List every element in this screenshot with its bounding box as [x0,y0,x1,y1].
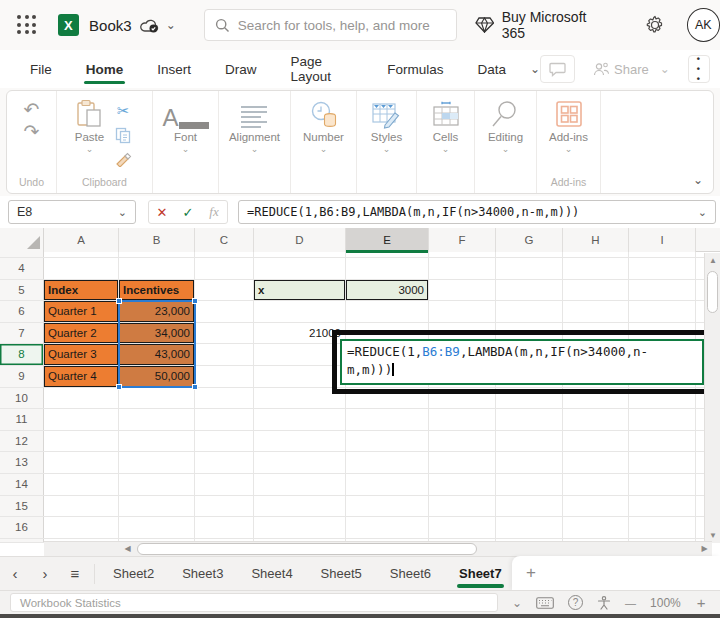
cell-D4[interactable] [254,258,346,279]
redo-button[interactable]: ↷ [24,121,40,143]
cell-A15[interactable] [44,496,119,517]
horizontal-scrollbar[interactable]: ◀ ▶ [44,541,712,556]
more-options-button[interactable]: • • • [688,55,710,83]
help-icon[interactable]: ? [568,595,583,610]
row-header-6[interactable]: 6 [0,301,44,322]
menu-item-file[interactable]: File [28,56,54,83]
menu-item-page-layout[interactable]: Page Layout [289,48,356,90]
cell-D13[interactable] [254,452,346,473]
prev-sheet-button[interactable]: ‹ [0,565,30,582]
cell-D6[interactable] [254,301,346,322]
cell-C7[interactable] [195,323,254,344]
zoom-level[interactable]: 100% [650,596,681,610]
cell-D11[interactable] [254,409,346,430]
cell-A9[interactable]: Quarter 4 [44,366,119,387]
workbook-title[interactable]: Book3 [89,17,132,34]
row-header-9[interactable]: 9 [0,366,44,387]
cell-B8[interactable]: 43,000 [119,344,195,365]
cell-B16[interactable] [119,517,195,538]
cell-C10[interactable] [195,388,254,409]
keyboard-icon[interactable] [536,597,554,609]
search-input[interactable]: Search for tools, help, and more [204,9,457,41]
vertical-scroll-thumb[interactable] [707,271,718,313]
next-sheet-button[interactable]: › [30,565,60,582]
cell-F11[interactable] [429,409,496,430]
sheet-tab-sheet7[interactable]: Sheet7 [445,557,516,591]
styles-button[interactable]: Styles ⌄ [371,99,402,154]
accessibility-icon[interactable] [597,596,611,610]
cell-F16[interactable] [429,517,496,538]
cell-A14[interactable] [44,474,119,495]
save-status-cloud-icon[interactable] [140,18,160,33]
copy-button[interactable] [112,125,134,145]
row-header-14[interactable]: 14 [0,474,44,495]
cell-C15[interactable] [195,496,254,517]
column-header-d[interactable]: D [254,228,346,252]
cell-F15[interactable] [429,496,496,517]
buy-microsoft-365-button[interactable]: Buy Microsoft 365 [475,9,611,41]
cell-G14[interactable] [496,474,563,495]
cell-A13[interactable] [44,452,119,473]
cell-I16[interactable] [629,517,696,538]
share-button[interactable]: Share ⌄ [585,55,678,83]
scroll-right-icon[interactable]: ▶ [697,542,712,556]
row-header-10[interactable]: 10 [0,388,44,409]
sheet-tab-sheet5[interactable]: Sheet5 [307,557,376,591]
cell-A5[interactable]: Index [44,280,119,301]
cell-H6[interactable] [563,301,629,322]
cell-I4[interactable] [629,258,696,279]
cell-A7[interactable]: Quarter 2 [44,323,119,344]
workbook-statistics-button[interactable]: Workbook Statistics [10,593,498,612]
row-header-3[interactable]: 3 [0,252,44,257]
cell-G16[interactable] [496,517,563,538]
sheet-tab-sheet2[interactable]: Sheet2 [99,557,168,591]
cell-I6[interactable] [629,301,696,322]
cut-button[interactable]: ✂ [112,101,134,121]
cell-D12[interactable] [254,431,346,452]
cell-C9[interactable] [195,366,254,387]
menu-overflow-chevron-icon[interactable]: ⌄ [530,62,540,76]
cell-B12[interactable] [119,431,195,452]
cell-A6[interactable]: Quarter 1 [44,301,119,322]
cell-H12[interactable] [563,431,629,452]
add-sheet-button[interactable]: + [526,563,536,583]
column-header-h[interactable]: H [563,228,629,252]
cell-H13[interactable] [563,452,629,473]
cell-C13[interactable] [195,452,254,473]
scroll-up-icon[interactable]: ▲ [705,253,720,268]
cell-I5[interactable] [629,280,696,301]
cell-B6[interactable]: 23,000 [119,301,195,322]
cell-G11[interactable] [496,409,563,430]
cell-B11[interactable] [119,409,195,430]
cell-E14[interactable] [346,474,429,495]
comments-button[interactable] [540,55,575,83]
row-header-11[interactable]: 11 [0,409,44,430]
settings-gear-icon[interactable] [645,15,665,35]
cell-D14[interactable] [254,474,346,495]
formula-bar-expand-icon[interactable]: ⌄ [698,206,707,219]
column-header-f[interactable]: F [429,228,496,252]
cell-F5[interactable] [429,280,496,301]
enter-icon[interactable]: ✓ [175,205,201,220]
cell-A16[interactable] [44,517,119,538]
cell-C14[interactable] [195,474,254,495]
cell-A12[interactable] [44,431,119,452]
cell-B13[interactable] [119,452,195,473]
menu-item-home[interactable]: Home [84,56,126,83]
sheet-tab-sheet3[interactable]: Sheet3 [168,557,237,591]
undo-button[interactable]: ↶ [24,99,40,121]
cell-I12[interactable] [629,431,696,452]
cell-B3[interactable] [119,252,195,257]
add-ins-button[interactable]: Add-ins ⌄ [549,99,588,154]
select-all-corner[interactable] [0,228,44,252]
cell-G5[interactable] [496,280,563,301]
cell-B14[interactable] [119,474,195,495]
app-launcher-icon[interactable] [14,12,40,38]
cell-H5[interactable] [563,280,629,301]
cell-G15[interactable] [496,496,563,517]
cancel-icon[interactable]: ✕ [149,205,175,220]
menu-item-draw[interactable]: Draw [223,56,259,83]
cell-H11[interactable] [563,409,629,430]
cell-I15[interactable] [629,496,696,517]
vertical-scrollbar[interactable]: ▲ ▼ [704,253,720,543]
